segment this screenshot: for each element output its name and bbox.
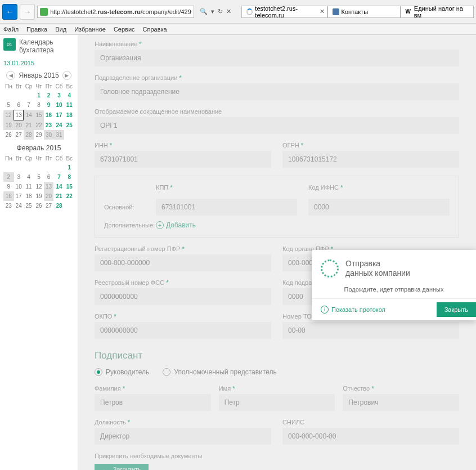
signer-heading: Подписант [95,350,459,361]
sidebar: 01 Календарьбухгалтера 13.01.2015 ◀ Янва… [0,35,78,470]
name-input[interactable] [95,50,459,66]
position-input[interactable] [95,428,271,445]
label-firstname: Имя [219,385,231,392]
calendar-january[interactable]: ПнВтСрЧтПтСбВс 1234 567891011 1213141516… [3,82,75,140]
ogrn-input[interactable] [282,151,459,168]
main-content: Наименование * Подразделение организации… [78,35,476,470]
url-text: http://testotchet2.rus-telecom.ru/compan… [50,8,191,15]
menu-file[interactable]: Файл [3,26,19,33]
label-ifns: Код ИФНС [308,184,339,191]
today-date: 13.01.2015 [3,60,74,66]
separator: ▾ [211,8,214,15]
address-tools: 🔍 ▾ ↻ ✕ [196,8,235,15]
calendar-february[interactable]: ПнВтСрЧтПтСбВс 1 2345678 9101112131415 1… [3,154,74,211]
prev-month-icon[interactable]: ◀ [6,71,15,80]
wikipedia-icon: W [406,8,412,15]
togs-input[interactable] [282,322,459,339]
unit-input[interactable] [95,83,459,100]
close-icon[interactable]: ✕ [320,8,325,15]
add-button[interactable]: + Добавить [156,221,196,229]
browser-tabs: testotchet2.rus-telecom.ru ✕ Контакты W … [241,6,474,18]
label-main: Основной: [104,204,149,211]
shortname-input[interactable] [95,117,459,134]
label-lastname: Фамилия [95,385,121,392]
stop-icon[interactable]: ✕ [226,8,231,15]
sending-popup: Отправкаданных компании Подождите, идет … [312,250,476,320]
menu-view[interactable]: Вид [55,26,66,33]
okpo-input[interactable] [95,322,271,339]
inn-input[interactable] [95,151,271,168]
label-unit: Подразделение организации [95,74,177,81]
radio-icon [163,368,170,376]
popup-title: Отправкаданных компании [345,259,410,278]
sidebar-title: Календарьбухгалтера [19,38,54,54]
pfr-reg-input[interactable] [95,254,271,271]
tab-wiki[interactable]: W Единый налог на вм [401,6,474,18]
browser-toolbar: ← → http://testotchet2.rus-telecom.ru/co… [0,0,476,24]
tab-label: Единый налог на вм [414,5,469,19]
menu-edit[interactable]: Правка [26,26,47,33]
tab-active[interactable]: testotchet2.rus-telecom.ru ✕ [241,6,327,18]
tab-label: testotchet2.rus-telecom.ru [255,5,322,19]
loading-icon [246,8,253,15]
tab-contacts[interactable]: Контакты [327,6,401,18]
search-icon[interactable]: 🔍 [200,8,208,15]
month-label: Январь 2015 [19,71,59,79]
label-fss-reg: Реестровый номер ФСС [95,279,164,286]
radio-icon [95,368,102,376]
kpp-input[interactable] [156,199,297,216]
address-bar[interactable]: http://testotchet2.rus-telecom.ru/compan… [37,6,194,18]
menu-bar: Файл Правка Вид Избранное Сервис Справка [0,24,476,35]
label-kpp: КПП [156,184,168,191]
firstname-input[interactable] [219,394,335,411]
ifns-input[interactable] [308,199,450,216]
label-snils: СНИЛС [282,419,459,426]
label-pfr-reg: Регистрационный номер ПФР [95,245,180,252]
label-attach: Прикрепить необходимые документы [95,453,459,459]
label-okpo: ОКПО [95,313,112,320]
menu-help[interactable]: Справка [143,26,167,33]
label-position: Должность [95,419,126,426]
back-button[interactable]: ← [2,4,17,20]
menu-favorites[interactable]: Избранное [74,26,106,33]
label-name: Наименование [95,41,137,47]
label-shortname: Отображаемое сокращенное наименование [95,108,459,115]
radio-representative[interactable]: Уполномоченный представитель [163,368,276,376]
calendar-icon: 01 [3,38,16,51]
month-label-2: Февраль 2015 [17,144,61,152]
label-ogrn: ОГРН [282,142,299,149]
next-month-icon[interactable]: ▶ [62,71,71,80]
popup-close-button[interactable]: Закрыть [437,302,476,317]
popup-message: Подождите, идет отправка данных [312,278,476,298]
snils-input[interactable] [282,428,459,445]
site-icon [40,8,48,16]
plus-icon: + [156,221,164,229]
show-protocol-link[interactable]: i Показать протокол [321,306,385,314]
lastname-input[interactable] [95,394,211,411]
spinner-icon [321,259,339,277]
label-inn: ИНН [95,142,108,149]
menu-service[interactable]: Сервис [114,26,135,33]
fss-reg-input[interactable] [95,288,271,305]
tab-label: Контакты [342,8,369,15]
vk-icon [333,8,339,15]
middlename-input[interactable] [343,394,459,411]
label-middlename: Отчество [343,385,370,392]
kpp-group: КПП * Код ИФНС * Основной: Дополнительны… [95,176,459,238]
refresh-icon[interactable]: ↻ [218,8,223,15]
upload-button[interactable]: Загрузитьдокументы [95,464,149,470]
info-icon: i [321,306,329,314]
label-extra: Дополнительные: [104,222,149,229]
forward-button[interactable]: → [20,4,35,20]
radio-leader[interactable]: Руководитель [95,368,149,376]
